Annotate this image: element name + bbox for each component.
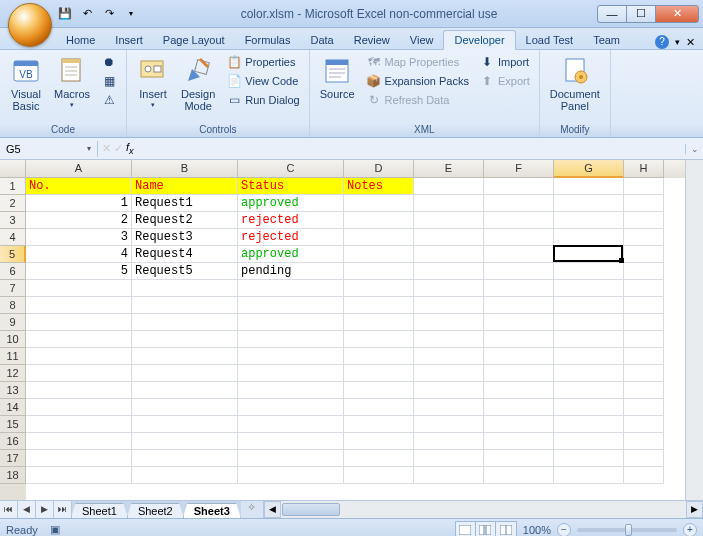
cell-G3[interactable] xyxy=(554,212,624,229)
cell-G2[interactable] xyxy=(554,195,624,212)
cell-C15[interactable] xyxy=(238,416,344,433)
close-button[interactable]: ✕ xyxy=(655,5,699,23)
name-box[interactable]: G5 ▾ xyxy=(0,141,98,157)
cell-A1[interactable]: No. xyxy=(26,178,132,195)
cell-C7[interactable] xyxy=(238,280,344,297)
expansion-packs-button[interactable]: 📦Expansion Packs xyxy=(363,72,472,90)
cell-B18[interactable] xyxy=(132,467,238,484)
column-header-B[interactable]: B xyxy=(132,160,238,178)
cell-E17[interactable] xyxy=(414,450,484,467)
tab-review[interactable]: Review xyxy=(344,31,400,49)
cell-G13[interactable] xyxy=(554,382,624,399)
cell-A16[interactable] xyxy=(26,433,132,450)
cell-H18[interactable] xyxy=(624,467,664,484)
hscroll-right[interactable]: ▶ xyxy=(686,501,703,518)
insert-controls-button[interactable]: Insert ▾ xyxy=(133,53,173,111)
cell-C4[interactable]: rejected xyxy=(238,229,344,246)
row-header-6[interactable]: 6 xyxy=(0,263,26,280)
cell-E16[interactable] xyxy=(414,433,484,450)
tab-data[interactable]: Data xyxy=(300,31,343,49)
cell-E11[interactable] xyxy=(414,348,484,365)
source-button[interactable]: Source xyxy=(316,53,359,102)
cell-A14[interactable] xyxy=(26,399,132,416)
cell-D17[interactable] xyxy=(344,450,414,467)
view-code-button[interactable]: 📄View Code xyxy=(223,72,302,90)
formula-input[interactable] xyxy=(138,147,685,151)
design-mode-button[interactable]: Design Mode xyxy=(177,53,219,114)
cell-E5[interactable] xyxy=(414,246,484,263)
cell-F3[interactable] xyxy=(484,212,554,229)
sheet-prev-button[interactable]: ◀ xyxy=(18,501,36,518)
column-header-A[interactable]: A xyxy=(26,160,132,178)
cell-A5[interactable]: 4 xyxy=(26,246,132,263)
formula-expand[interactable]: ⌄ xyxy=(685,144,703,154)
cell-D7[interactable] xyxy=(344,280,414,297)
cell-C10[interactable] xyxy=(238,331,344,348)
row-header-17[interactable]: 17 xyxy=(0,450,26,467)
cell-E18[interactable] xyxy=(414,467,484,484)
cell-A9[interactable] xyxy=(26,314,132,331)
tab-home[interactable]: Home xyxy=(56,31,105,49)
cell-H5[interactable] xyxy=(624,246,664,263)
record-macro-button[interactable]: ⏺ xyxy=(98,53,120,71)
cell-D16[interactable] xyxy=(344,433,414,450)
cell-F12[interactable] xyxy=(484,365,554,382)
cell-B5[interactable]: Request4 xyxy=(132,246,238,263)
cell-G7[interactable] xyxy=(554,280,624,297)
cell-G4[interactable] xyxy=(554,229,624,246)
visual-basic-button[interactable]: VB Visual Basic xyxy=(6,53,46,114)
cell-C6[interactable]: pending xyxy=(238,263,344,280)
properties-button[interactable]: 📋Properties xyxy=(223,53,302,71)
row-header-10[interactable]: 10 xyxy=(0,331,26,348)
row-header-14[interactable]: 14 xyxy=(0,399,26,416)
cell-H6[interactable] xyxy=(624,263,664,280)
cell-C9[interactable] xyxy=(238,314,344,331)
cell-B15[interactable] xyxy=(132,416,238,433)
sheet-last-button[interactable]: ⏭ xyxy=(54,501,72,518)
row-header-1[interactable]: 1 xyxy=(0,178,26,195)
cell-C2[interactable]: approved xyxy=(238,195,344,212)
sheet-first-button[interactable]: ⏮ xyxy=(0,501,18,518)
cell-C17[interactable] xyxy=(238,450,344,467)
cell-B6[interactable]: Request5 xyxy=(132,263,238,280)
zoom-out-button[interactable]: − xyxy=(557,523,571,537)
cell-B14[interactable] xyxy=(132,399,238,416)
worksheet-grid[interactable]: ABCDEFGH 123456789101112131415161718 No.… xyxy=(0,160,703,500)
sheet-next-button[interactable]: ▶ xyxy=(36,501,54,518)
cell-F17[interactable] xyxy=(484,450,554,467)
cell-H14[interactable] xyxy=(624,399,664,416)
select-all-corner[interactable] xyxy=(0,160,26,178)
cell-G8[interactable] xyxy=(554,297,624,314)
cell-G12[interactable] xyxy=(554,365,624,382)
cells-area[interactable]: No.NameStatusNotes1Request1approved2Requ… xyxy=(26,178,685,500)
row-header-3[interactable]: 3 xyxy=(0,212,26,229)
cell-G16[interactable] xyxy=(554,433,624,450)
cell-B1[interactable]: Name xyxy=(132,178,238,195)
cell-C11[interactable] xyxy=(238,348,344,365)
cell-D12[interactable] xyxy=(344,365,414,382)
sheet-tab-sheet2[interactable]: Sheet2 xyxy=(127,503,184,518)
cell-H11[interactable] xyxy=(624,348,664,365)
cell-F10[interactable] xyxy=(484,331,554,348)
cell-F18[interactable] xyxy=(484,467,554,484)
cell-G10[interactable] xyxy=(554,331,624,348)
cell-D4[interactable] xyxy=(344,229,414,246)
qat-customize[interactable]: ▾ xyxy=(122,5,140,23)
cell-D8[interactable] xyxy=(344,297,414,314)
cell-H1[interactable] xyxy=(624,178,664,195)
row-header-8[interactable]: 8 xyxy=(0,297,26,314)
row-header-11[interactable]: 11 xyxy=(0,348,26,365)
tab-load-test[interactable]: Load Test xyxy=(516,31,584,49)
cell-F14[interactable] xyxy=(484,399,554,416)
cell-H3[interactable] xyxy=(624,212,664,229)
cell-D13[interactable] xyxy=(344,382,414,399)
fx-button[interactable]: fx xyxy=(126,141,134,156)
help-button[interactable]: ? xyxy=(655,35,669,49)
hscroll-thumb[interactable] xyxy=(282,503,340,516)
row-header-2[interactable]: 2 xyxy=(0,195,26,212)
cell-A2[interactable]: 1 xyxy=(26,195,132,212)
cell-A11[interactable] xyxy=(26,348,132,365)
document-panel-button[interactable]: Document Panel xyxy=(546,53,604,114)
macro-record-status-icon[interactable]: ▣ xyxy=(50,523,60,536)
column-header-F[interactable]: F xyxy=(484,160,554,178)
